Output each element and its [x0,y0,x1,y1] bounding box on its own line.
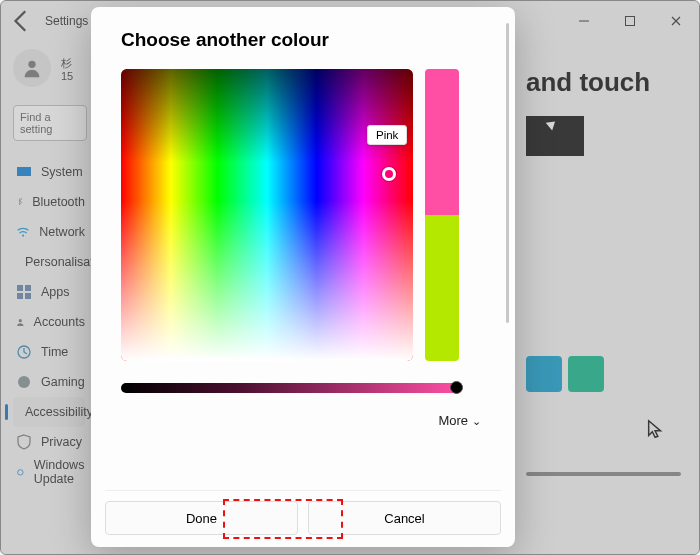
picker-ring[interactable] [382,167,396,181]
dialog-buttons: Done Cancel [105,490,501,535]
preview-swatch-new [425,69,459,215]
preview-swatch [425,69,459,361]
slider-knob[interactable] [450,381,463,394]
color-tooltip: Pink [367,125,407,145]
dialog-title: Choose another colour [121,29,485,51]
button-label: Done [186,511,217,526]
chevron-down-icon: ⌄ [472,415,481,427]
color-picker-dialog: Choose another colour Pink More⌄ Done Ca… [91,7,515,547]
button-label: Cancel [384,511,424,526]
cancel-button[interactable]: Cancel [308,501,501,535]
color-gradient[interactable]: Pink [121,69,413,361]
more-toggle[interactable]: More⌄ [121,413,485,428]
more-label: More [438,413,468,428]
luminance-slider[interactable] [121,383,459,393]
done-button[interactable]: Done [105,501,298,535]
dialog-scrollbar[interactable] [506,23,509,323]
preview-swatch-old [425,215,459,361]
